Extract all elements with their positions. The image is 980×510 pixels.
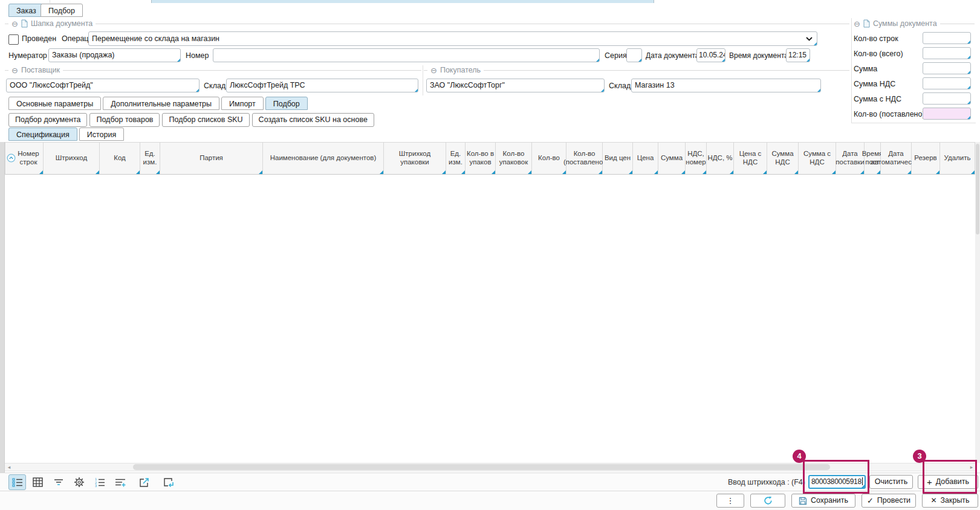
column-resize-corner[interactable]	[794, 170, 798, 174]
podbor-spiskov-sku-button[interactable]: Подбор списков SKU	[162, 113, 249, 127]
column-resize-corner[interactable]	[730, 170, 733, 174]
column-resize-corner[interactable]	[461, 170, 465, 174]
horizontal-scrollbar-thumb[interactable]	[133, 464, 830, 470]
vertical-scrollbar[interactable]	[975, 142, 980, 463]
column-header-delete[interactable]: Удалить	[940, 142, 975, 175]
column-header-price[interactable]: Цена	[633, 142, 658, 175]
column-resize-corner[interactable]	[907, 170, 911, 174]
list-view-button[interactable]	[8, 474, 26, 490]
column-resize-corner[interactable]	[936, 170, 939, 174]
save-button[interactable]: Сохранить	[791, 494, 855, 508]
column-header-delivery-date[interactable]: Дата поставки	[836, 142, 865, 175]
column-header-package-unit[interactable]: Ед. изм.	[446, 142, 466, 175]
tab-podbor[interactable]: Подбор	[41, 4, 83, 17]
column-resize-corner[interactable]	[877, 170, 880, 174]
collapse-icon[interactable]: ⊖	[11, 20, 18, 28]
column-resize-corner[interactable]	[629, 170, 632, 174]
column-header-unit[interactable]: Ед. изм.	[140, 142, 160, 175]
column-resize-corner[interactable]	[654, 170, 658, 174]
filter-button[interactable]	[50, 474, 67, 490]
podbor-dokumenta-button[interactable]: Подбор документа	[8, 113, 87, 127]
column-header-barcode[interactable]: Штрихкод	[44, 142, 100, 175]
column-header-package-qty[interactable]: Кол-во упаковок	[496, 142, 532, 175]
sums-qty-delivered-field[interactable]	[923, 108, 971, 120]
doc-time-field[interactable]: 12:15	[786, 48, 810, 62]
column-resize-corner[interactable]	[599, 170, 602, 174]
buyer-sklad-field[interactable]: Магазин 13	[631, 79, 821, 92]
sums-vat-field[interactable]	[923, 77, 971, 89]
column-header-sum-with-vat[interactable]: Сумма с НДС	[799, 142, 836, 175]
open-external-button[interactable]	[135, 474, 153, 490]
column-resize-corner[interactable]	[492, 170, 495, 174]
sums-sum-field[interactable]	[923, 62, 971, 74]
column-header-batch[interactable]: Партия	[160, 142, 263, 175]
column-resize-corner[interactable]	[703, 170, 706, 174]
grid-view-button[interactable]	[29, 474, 47, 490]
sums-with-vat-field[interactable]	[923, 92, 971, 105]
column-header-qty-delivered[interactable]: Кол-во (поставлено)	[566, 142, 603, 175]
series-field[interactable]	[626, 48, 642, 62]
clear-button[interactable]: Очистить	[869, 475, 913, 489]
column-header-package-barcode[interactable]: Штрихкод упаковки	[384, 142, 446, 175]
supplier-sklad-field[interactable]: ЛюксСофтТрейд ТРС	[226, 79, 418, 92]
column-resize-corner[interactable]	[259, 170, 262, 174]
collapse-icon[interactable]: ⊖	[854, 20, 860, 28]
buyer-org-field[interactable]: ЗАО "ЛюксСофтТорг"	[426, 79, 605, 92]
column-resize-corner[interactable]	[562, 170, 566, 174]
podbor-tovarov-button[interactable]: Подбор товаров	[89, 113, 160, 127]
sozdat-spisok-sku-button[interactable]: Создать список SKU на основе	[252, 113, 374, 127]
column-header-price-with-vat[interactable]: Цена с НДС	[734, 142, 767, 175]
doc-date-field[interactable]: 10.05.24	[696, 48, 725, 62]
collapse-icon[interactable]: ⊖	[430, 66, 437, 74]
collapse-icon[interactable]: ⊖	[11, 66, 18, 74]
column-header-auto-date[interactable]: Дата автоматическог	[881, 142, 912, 175]
close-button[interactable]: ✕ Закрыть	[922, 494, 978, 508]
column-header-sum[interactable]: Сумма	[658, 142, 686, 175]
sums-qty-total-field[interactable]	[923, 47, 971, 59]
tab-osnovnye-parametry[interactable]: Основные параметры	[8, 97, 101, 110]
numerator-field[interactable]: Заказы (продажа)	[48, 48, 181, 62]
tab-specifikaciya[interactable]: Спецификация	[8, 128, 77, 141]
settings-button[interactable]	[70, 474, 88, 490]
column-resize-corner[interactable]	[763, 170, 767, 174]
column-resize-corner[interactable]	[442, 170, 446, 174]
column-resize-corner[interactable]	[832, 170, 836, 174]
tab-import[interactable]: Импорт	[221, 97, 264, 110]
vertical-scrollbar-thumb[interactable]	[976, 144, 979, 234]
number-field[interactable]	[213, 48, 600, 62]
column-resize-corner[interactable]	[39, 170, 43, 174]
supplier-org-field[interactable]: ООО "ЛюксСофтТрейд"	[6, 79, 200, 92]
column-resize-corner[interactable]	[681, 170, 685, 174]
column-header-qty[interactable]: Кол-во	[532, 142, 566, 175]
sort-icon[interactable]	[7, 153, 16, 163]
column-header-vat-percent[interactable]: НДС, %	[707, 142, 734, 175]
column-resize-corner[interactable]	[528, 170, 531, 174]
chevron-down-icon[interactable]	[806, 37, 813, 41]
add-row-button[interactable]	[111, 474, 129, 490]
left-scrollbar[interactable]	[0, 142, 5, 488]
more-actions-button[interactable]: ⋮	[716, 494, 744, 508]
column-header-vat-number[interactable]: НДС, номер	[686, 142, 707, 175]
column-resize-corner[interactable]	[96, 170, 99, 174]
column-resize-corner[interactable]	[860, 170, 864, 174]
tab-dopolnitelnye-parametry[interactable]: Дополнительные параметры	[103, 97, 219, 110]
operation-combobox[interactable]: Перемещение со склада на магазин	[88, 31, 817, 46]
column-header-vat-sum[interactable]: Сумма НДС	[767, 142, 799, 175]
column-resize-corner[interactable]	[156, 170, 160, 174]
column-header-row-number[interactable]: Номер строк	[5, 142, 44, 175]
post-button[interactable]: ✓ Провести	[862, 494, 916, 508]
reload-button[interactable]	[160, 474, 177, 490]
numbered-list-button[interactable]: 123	[91, 474, 108, 490]
column-resize-corner[interactable]	[380, 170, 383, 174]
tab-zakaz[interactable]: Заказ	[8, 4, 44, 17]
scroll-left-arrow[interactable]: ◂	[5, 463, 13, 471]
proveden-checkbox[interactable]	[8, 34, 19, 45]
column-resize-corner[interactable]	[971, 170, 975, 174]
tab-podbor-params[interactable]: Подбор	[265, 97, 308, 110]
column-header-price-type[interactable]: Вид цен	[603, 142, 633, 175]
tab-istoriya[interactable]: История	[79, 128, 124, 141]
column-header-name-for-documents[interactable]: Наименование (для документов)	[263, 142, 384, 175]
column-header-qty-in-package[interactable]: Кол-во в упаков	[466, 142, 496, 175]
refresh-button[interactable]	[750, 494, 785, 508]
column-resize-corner[interactable]	[136, 170, 140, 174]
